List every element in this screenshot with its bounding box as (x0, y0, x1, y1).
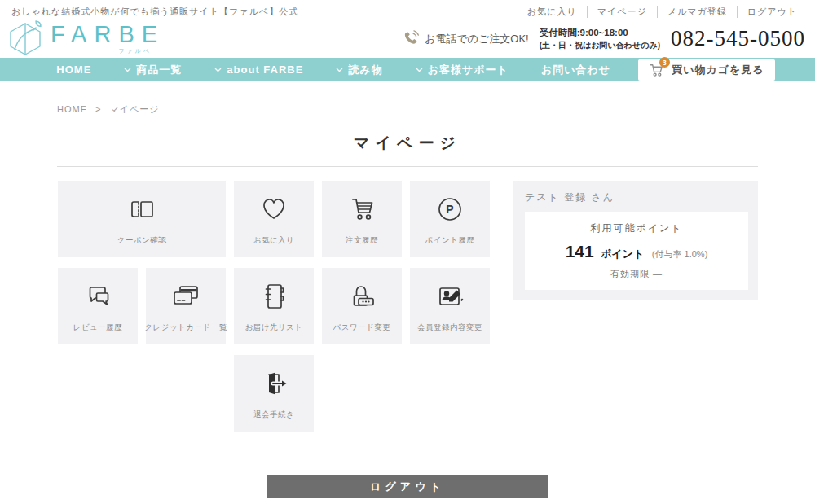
tile-row-3: 退会手続き (57, 355, 491, 432)
chevron-down-icon (124, 68, 131, 72)
tile-point-history[interactable]: P ポイント履歴 (410, 181, 490, 257)
tile-label: クレジットカード一覧 (144, 322, 227, 333)
available-points-label: 利用可能ポイント (528, 221, 745, 235)
tile-withdraw[interactable]: 退会手続き (234, 355, 314, 432)
nav-item-contact[interactable]: お問い合わせ (525, 58, 627, 81)
cart-icon: 3 (649, 62, 664, 77)
tile-review-history[interactable]: レビュー履歴 (58, 268, 138, 344)
address-book-icon (258, 280, 290, 316)
points-card: 利用可能ポイント 141 ポイント (付与率 1.0%) 有効期限 — (525, 212, 748, 290)
points-panel: テスト 登録 さん 利用可能ポイント 141 ポイント (付与率 1.0%) 有… (513, 181, 758, 300)
brand-name: FARBE (51, 23, 165, 46)
cart-count-badge: 3 (659, 57, 670, 68)
brand-text: FARBE ファルベ (51, 23, 165, 55)
site-tagline: おしゃれな結婚式小物が何でも揃う通販サイト【ファルベ】公式 (11, 6, 298, 18)
tile-label: ポイント履歴 (425, 235, 475, 246)
tile-order-history[interactable]: 注文履歴 (322, 181, 402, 257)
phone-icon (403, 29, 420, 49)
breadcrumb-home[interactable]: HOME (57, 104, 87, 114)
phone-cta-label: お電話でのご注文OK! (425, 32, 529, 46)
mypage-content: クーポン確認 お気に入り (57, 181, 758, 442)
heart-icon (258, 193, 290, 229)
title-divider (57, 166, 758, 167)
view-cart-button[interactable]: 3 買い物カゴを見る (638, 59, 775, 81)
chevron-down-icon (214, 68, 222, 72)
point-icon: P (434, 193, 466, 229)
tile-label: パスワード変更 (333, 322, 391, 333)
password-icon (346, 280, 378, 316)
phone-cta: お電話でのご注文OK! (403, 29, 529, 49)
tile-label: お気に入り (253, 235, 295, 246)
points-expiry: 有効期限 — (528, 268, 745, 280)
top-links: お気に入り マイページ メルマガ登録 ログアウト (518, 6, 807, 18)
nav-item-articles[interactable]: 読み物 (319, 58, 399, 81)
credit-card-icon (170, 280, 202, 316)
tile-row-1: クーポン確認 お気に入り (57, 181, 491, 257)
points-line: 141 ポイント (付与率 1.0%) (528, 242, 745, 261)
chevron-down-icon (336, 68, 343, 72)
brand-logo[interactable]: FARBE ファルベ (7, 20, 165, 59)
main-nav: HOME 商品一覧 about FARBE 読み物 お客様サポート お問い合わせ… (0, 58, 815, 81)
brand-subtitle: ファルベ (51, 47, 165, 55)
page-title: マイページ (0, 133, 815, 154)
business-hours: 受付時間:9:00~18:00 (土・日・祝はお問い合わせのみ) (540, 26, 660, 50)
withdraw-icon (258, 367, 290, 403)
points-rate-note: (付与率 1.0%) (652, 249, 707, 259)
tile-label: 注文履歴 (346, 235, 378, 246)
hours-line1: 受付時間:9:00~18:00 (540, 26, 660, 39)
header-contact-area: お電話でのご注文OK! 受付時間:9:00~18:00 (土・日・祝はお問い合わ… (403, 26, 805, 51)
member-edit-icon (434, 280, 466, 316)
hours-line2: (土・日・祝はお問い合わせのみ) (540, 40, 660, 51)
chevron-down-icon (416, 68, 423, 72)
tile-credit-cards[interactable]: クレジットカード一覧 (146, 268, 226, 344)
phone-number: 082-545-0500 (671, 26, 805, 51)
coupon-icon (126, 193, 158, 229)
tile-row-2: レビュー履歴 クレジットカード一覧 (57, 268, 491, 344)
nav-item-about[interactable]: about FARBE (198, 58, 319, 81)
top-link-newsletter[interactable]: メルマガ登録 (657, 6, 737, 18)
hexagon-leaf-logo-icon (7, 20, 44, 59)
mypage-menu-tiles: クーポン確認 お気に入り (57, 181, 491, 442)
nav-item-home[interactable]: HOME (40, 58, 108, 81)
points-unit: ポイント (601, 248, 644, 260)
tile-label: 退会手続き (253, 410, 294, 420)
tile-label: レビュー履歴 (73, 322, 123, 333)
site-header: FARBE ファルベ お電話でのご注文OK! 受付時間:9:00~18:00 (… (0, 20, 815, 58)
breadcrumb-separator: > (95, 104, 101, 114)
svg-text:P: P (446, 203, 453, 216)
tile-change-password[interactable]: パスワード変更 (322, 268, 402, 344)
review-icon (82, 280, 114, 316)
tile-favorites[interactable]: お気に入り (234, 181, 314, 257)
nav-item-products[interactable]: 商品一覧 (108, 58, 198, 81)
tile-label: お届け先リスト (244, 322, 302, 333)
tile-label: クーポン確認 (117, 235, 167, 246)
view-cart-label: 買い物カゴを見る (672, 63, 764, 77)
top-link-logout[interactable]: ログアウト (737, 6, 807, 18)
tile-address-list[interactable]: お届け先リスト (234, 268, 314, 344)
points-value: 141 (566, 242, 594, 261)
tile-label: 会員登録内容変更 (417, 322, 482, 333)
top-link-favorites[interactable]: お気に入り (518, 6, 587, 18)
cart-icon (346, 193, 378, 229)
user-name: テスト 登録 さん (525, 191, 748, 204)
tile-coupon[interactable]: クーポン確認 (58, 181, 226, 257)
nav-item-support[interactable]: お客様サポート (399, 58, 525, 81)
top-utility-bar: おしゃれな結婚式小物が何でも揃う通販サイト【ファルベ】公式 お気に入り マイペー… (0, 0, 815, 20)
top-link-mypage[interactable]: マイページ (587, 6, 657, 18)
logout-button[interactable]: ログアウト (267, 475, 548, 498)
breadcrumb: HOME > マイページ (57, 103, 815, 116)
tile-member-info[interactable]: 会員登録内容変更 (410, 268, 490, 344)
breadcrumb-current: マイページ (110, 104, 160, 114)
